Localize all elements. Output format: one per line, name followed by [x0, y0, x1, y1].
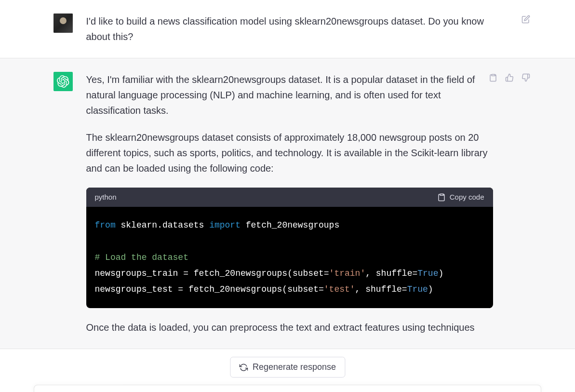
- assistant-message: Yes, I'm familiar with the sklearn20news…: [0, 58, 575, 349]
- code-body: from sklearn.datasets import fetch_20new…: [86, 207, 493, 308]
- user-avatar: [53, 14, 73, 33]
- regenerate-response-button[interactable]: Regenerate response: [230, 357, 345, 378]
- code-language-label: python: [95, 191, 117, 203]
- thumbs-up-icon: [505, 73, 514, 82]
- code-block: python Copy code from sklearn.datasets i…: [86, 188, 493, 308]
- assistant-message-content: Yes, I'm familiar with the sklearn20news…: [86, 72, 522, 335]
- user-text: I'd like to build a news classification …: [86, 14, 493, 44]
- assistant-paragraph: The sklearn20newsgroups dataset consists…: [86, 130, 493, 176]
- user-message-content: I'd like to build a news classification …: [86, 14, 522, 44]
- regenerate-label: Regenerate response: [253, 362, 336, 372]
- edit-button[interactable]: [520, 14, 532, 25]
- copy-code-button[interactable]: Copy code: [437, 191, 484, 203]
- clipboard-icon: [437, 193, 446, 202]
- clipboard-icon: [489, 73, 497, 82]
- refresh-icon: [239, 363, 248, 372]
- thumbs-down-icon: [522, 73, 530, 82]
- thumbs-down-button[interactable]: [520, 72, 532, 83]
- openai-logo-icon: [57, 75, 69, 88]
- copy-code-label: Copy code: [450, 191, 484, 203]
- edit-icon: [522, 15, 530, 24]
- code-header: python Copy code: [86, 188, 493, 207]
- assistant-paragraph: Once the data is loaded, you can preproc…: [86, 320, 493, 335]
- message-input[interactable]: [34, 385, 541, 392]
- thumbs-up-button[interactable]: [504, 72, 515, 83]
- copy-message-button[interactable]: [487, 72, 499, 83]
- assistant-avatar: [53, 72, 73, 91]
- user-message: I'd like to build a news classification …: [0, 0, 575, 58]
- assistant-paragraph: Yes, I'm familiar with the sklearn20news…: [86, 72, 493, 118]
